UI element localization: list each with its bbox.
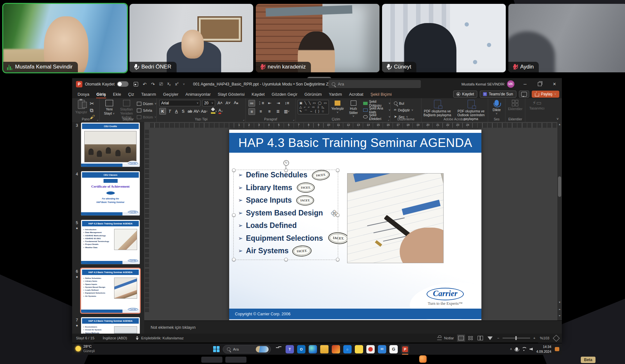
copy-icon[interactable]: ⧉ [90, 108, 95, 113]
slide-thumbnail-5[interactable]: HAP 4.3 Basic Training Seminar AGENDAInt… [81, 220, 140, 264]
file-explorer-icon[interactable] [320, 345, 329, 353]
teams-icon[interactable]: T [286, 345, 294, 353]
change-case-button[interactable]: Aa˅ [201, 108, 208, 114]
drawing-dialog-launcher[interactable]: ⌟ [388, 118, 389, 121]
align-right-button[interactable]: ≡ [266, 108, 272, 114]
notes-pane[interactable]: Not eklemek için tıklayın [144, 320, 562, 334]
comments-button[interactable] [519, 91, 529, 98]
shape-outline-button[interactable]: Şekil Ana Hattı˅ [363, 107, 390, 113]
participant-tile[interactable]: Cüneyt [382, 4, 506, 72]
ribbon-tab-geçişler[interactable]: Geçişler [160, 90, 182, 98]
paragraph-dialog-launcher[interactable]: ⌟ [293, 118, 294, 121]
ribbon-tab-slayt-gösterisi[interactable]: Slayt Gösterisi [214, 90, 248, 98]
scrollbar-thumb[interactable] [558, 176, 561, 197]
font-size-combo[interactable]: 20˅ [202, 100, 215, 106]
ribbon-tab-şekil-biçimi[interactable]: Şekil Biçimi [367, 90, 395, 98]
ribbon-tab-yardım[interactable]: Yardım [325, 90, 346, 98]
mail-icon[interactable]: ✉ [378, 345, 386, 353]
designer-button[interactable]: ⚡▭ Tasarımcı [525, 100, 548, 110]
columns-button[interactable]: ▥˅ [284, 108, 290, 114]
slide-bullet[interactable]: ➢Define SchedulesIACET. [238, 169, 344, 182]
strikethrough-button[interactable]: ab [187, 108, 193, 114]
zoom-level[interactable]: %103 [540, 336, 549, 340]
slide-bullet[interactable]: ➢System Based Design [238, 207, 344, 220]
ribbon-tab-görünüm[interactable]: Görünüm [301, 90, 325, 98]
ribbon-tab-giriş[interactable]: Giriş [93, 90, 110, 98]
slide-thumbnail-4[interactable]: CEU ClassesCertificate of AchievementFor… [81, 171, 140, 215]
rotate-handle[interactable]: ↻ [283, 160, 289, 166]
slide-thumbnail-6[interactable]: HAP 4.3 Basic Training Seminar AGENDADef… [81, 269, 140, 313]
snipping-tool-icon[interactable] [366, 345, 375, 353]
participant-tile[interactable]: Mustafa Kemal Sevindir [3, 4, 127, 72]
powerpoint-app-icon[interactable]: P [76, 81, 82, 87]
subscript-icon[interactable]: x2 [167, 81, 171, 86]
ribbon-tab-animasyonlar[interactable]: Animasyonlar [182, 90, 214, 98]
share-button[interactable]: Paylaş˅ [532, 91, 559, 98]
replace-button[interactable]: ᵃᵇDeğiştir˅ [394, 107, 421, 113]
collapse-ribbon-icon[interactable]: ˅ [557, 117, 559, 121]
ribbon-tab-ekle[interactable]: Ekle [109, 90, 124, 98]
slide-bullet[interactable]: ➢Air SystemsIACET. [238, 245, 344, 257]
quick-styles-button[interactable]: Hızlı Stiller˅ [346, 100, 361, 118]
sticky-notes-icon[interactable] [355, 345, 363, 353]
reading-view-button[interactable] [478, 336, 483, 340]
dictate-button[interactable]: Dikte ˅ [488, 100, 505, 115]
wifi-icon[interactable] [521, 348, 526, 351]
slide-indicator[interactable]: Slayt 6 / 15 [76, 336, 95, 340]
g-app-icon[interactable]: G [389, 345, 398, 353]
bottom-control-pill[interactable] [225, 357, 246, 363]
qat-customize-icon[interactable]: ˅ [183, 83, 185, 86]
speaker-icon[interactable] [529, 348, 533, 351]
account-area[interactable]: Mustafa Kemal SEVİNDİR MK [462, 78, 514, 90]
vertical-scrollbar[interactable]: ▲ ▼ ⏶ ⏷ [557, 122, 562, 320]
autosave-toggle[interactable] [117, 81, 129, 87]
participant-tile[interactable]: Bedri ÖNER [129, 4, 253, 72]
start-presentation-icon[interactable]: ⎚ [159, 81, 163, 87]
superscript-icon[interactable]: x2 [175, 82, 179, 86]
arrange-button[interactable]: Yerleştir˅ [331, 100, 344, 114]
justify-button[interactable]: ≣ [275, 108, 281, 114]
reset-button[interactable]: Sıfırla [137, 108, 156, 113]
taskbar-search[interactable]: Ara [223, 345, 271, 353]
clear-formatting-button[interactable]: A𝄪 [233, 100, 239, 106]
previous-slide-icon[interactable]: ⏶ [557, 307, 562, 312]
bottom-app-icon[interactable] [419, 355, 427, 363]
powerpoint-taskbar-icon[interactable]: P [401, 345, 409, 353]
layout-button[interactable]: Düzen˅ [137, 101, 156, 106]
vertical-ruler[interactable] [145, 130, 149, 313]
reuse-slides-button[interactable]: Slaytları Yeniden Kullan [120, 100, 134, 120]
avatar[interactable]: MK [507, 80, 514, 88]
matlab-icon[interactable] [332, 345, 340, 353]
shapes-gallery[interactable]: ▣ ╲ ╲ ▭ ◯ ▭ △ ⌐ ⌐ ⇨ ⇩ ◺ ✎ ⌒ ～ { } ☆ [298, 100, 329, 114]
zoom-slider-thumb[interactable] [515, 336, 517, 340]
participant-tile[interactable]: nevin karadeniz [256, 4, 379, 72]
ribbon-tab-dosya[interactable]: Dosya [74, 90, 93, 98]
slide-bullet[interactable]: ➢Library ItemsIACET. [238, 182, 344, 194]
decrease-indent-button[interactable]: ⇤ [267, 100, 273, 106]
microsoft-store-icon[interactable]: ⌂ [343, 345, 352, 353]
taskbar-clock[interactable]: 14:34 4.09.2024 [536, 344, 551, 353]
align-left-button[interactable]: ≡ [248, 108, 255, 115]
bullets-button[interactable]: ≔ [248, 100, 255, 107]
accessibility-status[interactable]: Erişilebilirlik: Kullanılamaz [136, 336, 184, 340]
save-icon[interactable] [134, 82, 138, 86]
line-spacing-button[interactable]: ↕≡ [284, 100, 290, 106]
ribbon-tab-gözden-geçir[interactable]: Gözden Geçir [268, 90, 301, 98]
taskbar-weather-widget[interactable]: 28°C Güneşli [75, 344, 95, 353]
title-bar[interactable]: P Otomatik Kaydet ↶ ↷ ⎚ x2 x2 ˅ 001 Agen… [72, 78, 562, 90]
shape-fill-button[interactable]: Şekil Dolgusu˅ [363, 101, 390, 106]
slide-sorter-view-button[interactable] [468, 336, 473, 340]
font-dialog-launcher[interactable]: ⌟ [243, 118, 244, 121]
tray-expand-icon[interactable]: ˄ [510, 347, 512, 351]
slide-bullet[interactable]: ➢Equipment SelectionsIACET. [238, 232, 344, 245]
cut-icon[interactable]: ✂ [90, 101, 95, 107]
undo-icon[interactable]: ↶ [143, 82, 146, 87]
tray-mic-icon[interactable] [515, 347, 518, 351]
zoom-out-icon[interactable]: − [497, 336, 499, 340]
slide-photo[interactable] [347, 173, 444, 263]
underline-button[interactable]: A [173, 108, 179, 114]
zoom-slider[interactable]: − + [497, 336, 535, 340]
minimize-button[interactable]: ─ [518, 78, 532, 90]
font-color-button[interactable]: A˅ [218, 108, 224, 114]
start-button[interactable] [213, 346, 220, 352]
